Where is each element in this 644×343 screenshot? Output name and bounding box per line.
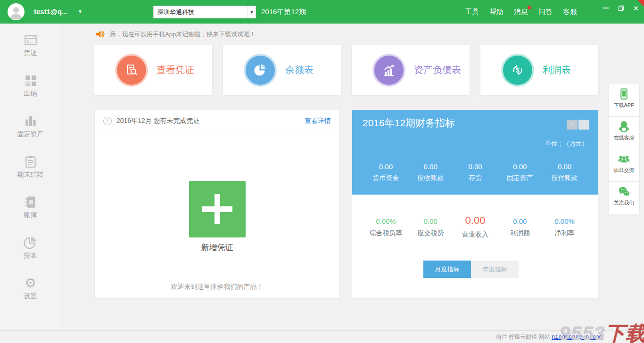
- sidebar-item-voucher[interactable]: $ ... 凭证: [0, 33, 61, 71]
- float-label: 关注我们: [609, 199, 639, 206]
- svg-text:$: $: [516, 66, 520, 74]
- quick-cards: 查看凭证 余额表 资产负债表 $ 利润表: [94, 45, 598, 95]
- sidebar-item-ledger[interactable]: $ 账簿: [0, 195, 61, 233]
- stat-monetary-funds: 0.00货币资金: [363, 163, 408, 182]
- stat-profit-amount: 0.00利润额: [497, 217, 542, 242]
- finance-title: 2016年12期财务指标: [363, 116, 455, 130]
- user-icon: [8, 3, 25, 20]
- select-caret-icon: ▼: [248, 6, 256, 18]
- chevron-left-icon: ‹: [571, 121, 573, 128]
- sidebar-item-reports[interactable]: 报表: [0, 236, 61, 273]
- sidebar-label: 账簿: [0, 211, 61, 220]
- add-voucher-button[interactable]: [189, 181, 246, 237]
- fixed-assets-icon: [24, 114, 38, 128]
- indicator-tabs: 月度指标 年度指标: [423, 261, 519, 278]
- card-label: 资产负债表: [414, 64, 461, 76]
- card-asset-liability[interactable]: 资产负债表: [352, 45, 470, 95]
- sidebar-label: 出纳: [0, 90, 61, 98]
- company-select-value: 深圳华通科技: [154, 8, 248, 16]
- stat-accounts-payable: 0.00应付账款: [542, 163, 587, 182]
- card-balance-sheet[interactable]: 余额表: [223, 45, 341, 95]
- balance-sheet-icon: [253, 63, 267, 77]
- add-voucher-label: 新增凭证: [95, 242, 339, 253]
- username[interactable]: test1@q...: [34, 8, 67, 16]
- cashier-icon: ¥: [24, 74, 38, 88]
- tab-monthly-indicators[interactable]: 月度指标: [423, 261, 471, 278]
- tab-yearly-indicators[interactable]: 年度指标: [471, 261, 519, 278]
- sidebar-label: 固定资产: [0, 130, 61, 139]
- online-service-button[interactable]: 在线客服: [608, 116, 640, 149]
- blue-stats-row: 0.00货币资金 0.00应收账款 0.00存货 0.00固定资产 0.00应付…: [352, 163, 598, 182]
- app-window: test1@q... ▼ 深圳华通科技 ▼ 2016年第12期 工具 帮助 消息…: [0, 0, 644, 343]
- minimize-button[interactable]: [602, 4, 610, 12]
- finance-panel: 2016年12期财务指标 ‹ › 单位：（万元） 0.00货币资金 0.00应收…: [352, 110, 598, 298]
- voucher-icon: $ ...: [24, 33, 38, 47]
- next-period-button[interactable]: ›: [578, 120, 589, 130]
- chevron-right-icon: ›: [583, 121, 585, 128]
- profit-sheet-icon: $: [511, 63, 525, 77]
- float-widget: 下载APP 在线客服 加群交流 关注我们: [608, 84, 640, 214]
- follow-us-button[interactable]: 关注我们: [608, 181, 640, 214]
- info-icon: !: [103, 117, 112, 125]
- company-select[interactable]: 深圳华通科技 ▼: [153, 6, 256, 18]
- sidebar-item-settings[interactable]: ⚙ 设置: [0, 276, 61, 314]
- float-label: 下载APP: [609, 102, 639, 109]
- sidebar-label: 设置: [0, 292, 61, 301]
- card-label: 利润表: [543, 64, 571, 76]
- user-dropdown-caret-icon[interactable]: ▼: [78, 9, 83, 14]
- float-label: 加群交流: [609, 167, 639, 174]
- nav-tools[interactable]: 工具: [465, 8, 479, 16]
- settings-icon: ⚙: [24, 276, 38, 290]
- period-end-icon: [24, 155, 38, 169]
- card-label: 查看凭证: [157, 64, 194, 76]
- top-nav: 工具 帮助 消息 问答 客服: [465, 8, 577, 16]
- footer-bar: 前往 柠檬云财税 网站 ningmengyun.com: [0, 330, 644, 343]
- voucher-panel: ! 2016年12月 您有未完成凭证 查看详情 新增凭证 欢迎来到这里体验我们的…: [94, 110, 340, 298]
- footer-link[interactable]: ningmengyun.com: [552, 334, 603, 341]
- white-stats-row: 0.00%综合税负率 0.00应交税费 0.00营业收入 0.00利润额 0.0…: [352, 217, 598, 242]
- sidebar-label: 凭证: [0, 49, 61, 57]
- nav-messages[interactable]: 消息: [514, 8, 528, 16]
- sidebar: $ ... 凭证 ¥ 出纳 固定资产 期末结转 $ 账簿 报表 ⚙ 设置: [0, 24, 61, 330]
- notification-badge: [528, 6, 531, 9]
- phone-icon: [618, 88, 630, 100]
- unit-label: 单位：（万元）: [545, 139, 588, 148]
- welcome-text: 欢迎来到这里体验我们的产品！: [95, 283, 339, 291]
- card-profit-sheet[interactable]: $ 利润表: [480, 45, 598, 95]
- sidebar-label: 期末结转: [0, 171, 61, 179]
- avatar[interactable]: [8, 3, 25, 20]
- nav-service[interactable]: 客服: [563, 8, 577, 16]
- header-bar: test1@q... ▼ 深圳华通科技 ▼ 2016年第12期 工具 帮助 消息…: [0, 0, 644, 24]
- stat-tax-burden-rate: 0.00%综合税负率: [363, 217, 408, 242]
- period-label: 2016年第12期: [261, 8, 306, 16]
- restore-button[interactable]: [617, 4, 625, 12]
- sidebar-label: 报表: [0, 252, 61, 260]
- qq-icon: [618, 120, 630, 133]
- download-app-button[interactable]: 下载APP: [608, 84, 640, 117]
- ledger-icon: $: [24, 195, 38, 209]
- sidebar-item-period-end[interactable]: 期末结转: [0, 155, 61, 192]
- join-group-button[interactable]: 加群交流: [608, 149, 640, 182]
- period-pager: ‹ ›: [567, 120, 589, 130]
- window-controls: ✕: [602, 4, 640, 12]
- asset-liability-icon: [382, 63, 396, 77]
- minimize-icon: [603, 8, 609, 8]
- finance-panel-blue-header: 2016年12期财务指标 ‹ › 单位：（万元） 0.00货币资金 0.00应收…: [352, 110, 598, 195]
- card-label: 余额表: [285, 64, 314, 76]
- prev-period-button[interactable]: ‹: [567, 120, 578, 130]
- sidebar-item-fixed-assets[interactable]: 固定资产: [0, 114, 61, 152]
- voucher-notice: 2016年12月 您有未完成凭证: [116, 117, 300, 125]
- corner-watermark-flag: [637, 0, 644, 7]
- announcement-bar: 亲，现在可以用手机App来记账啦，快来下载试试吧！: [95, 29, 256, 39]
- view-details-link[interactable]: 查看详情: [305, 117, 331, 125]
- announcement-text: 亲，现在可以用手机App来记账啦，快来下载试试吧！: [110, 30, 256, 39]
- nav-help[interactable]: 帮助: [489, 8, 504, 16]
- view-voucher-icon: [124, 63, 139, 77]
- stat-tax-payable: 0.00应交税费: [408, 217, 453, 242]
- card-view-voucher[interactable]: 查看凭证: [94, 45, 212, 95]
- sidebar-item-cashier[interactable]: ¥ 出纳: [0, 74, 61, 111]
- group-icon: [618, 153, 630, 165]
- stat-fixed-assets: 0.00固定资产: [497, 163, 542, 182]
- nav-qa[interactable]: 问答: [538, 8, 553, 16]
- stat-accounts-receivable: 0.00应收账款: [408, 163, 453, 182]
